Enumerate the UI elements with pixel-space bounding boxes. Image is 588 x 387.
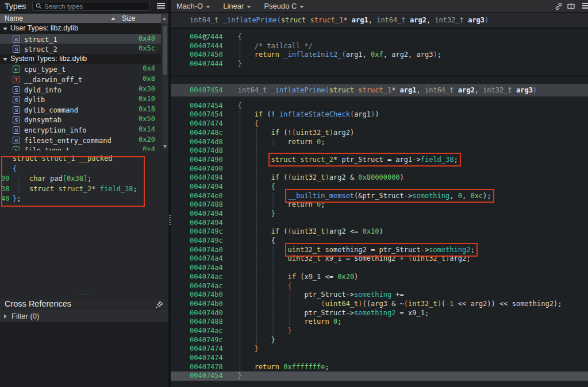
code-line[interactable]: 00407490│ │ struct struct_2* ptr_Struct … <box>171 156 588 165</box>
code-line[interactable]: 00407488│ │ │ │ return 0; <box>171 318 588 327</box>
code-line[interactable]: 00407494│ │ if ((uint32_t)arg2 & 0x80000… <box>171 173 588 183</box>
indent-guides: │ │ <box>238 165 271 173</box>
type-row-struct_1[interactable]: Sstruct_10x40 <box>0 34 161 44</box>
address: 00407474 <box>190 119 223 129</box>
code-line[interactable]: 004074a4│ │ │ <box>171 264 588 273</box>
code-line[interactable]: 00407454│ if (!_inflateStateCheck(arg1)) <box>171 110 588 119</box>
type-name: __darwin_off_t <box>24 76 82 84</box>
code-line[interactable]: 004074ac│ │ │ if (x9_1 <= 0x20) <box>171 273 588 282</box>
code-line[interactable]: 0040749c│ │ { <box>171 237 588 246</box>
address: 004074b0 <box>190 291 223 300</box>
view-dropdown-mach-o[interactable]: Mach-O <box>176 2 210 10</box>
splitter-handle[interactable]: ······ <box>0 293 168 296</box>
type-group-header[interactable]: User Types: libz.dylib <box>0 24 161 34</box>
link-icon[interactable] <box>555 2 563 13</box>
type-row-struct_2[interactable]: Sstruct_20x5c <box>0 44 161 54</box>
column-name[interactable]: Name <box>5 14 23 22</box>
types-panel-header: Types <box>0 0 168 13</box>
type-name: dylib_command <box>24 106 78 114</box>
type-row-encryption_info[interactable]: Sencryption_info0x14 <box>0 125 161 135</box>
code-line[interactable]: 00407494│ │ { <box>171 183 588 192</box>
address: 00407444 <box>190 60 223 69</box>
split-view-icon[interactable] <box>567 2 575 13</box>
search-box[interactable] <box>32 2 149 11</box>
code-line[interactable]: 00407444│ /* tailcall */ <box>171 42 588 51</box>
code-line[interactable]: 00407474│ <box>171 354 588 363</box>
address: 00407474 <box>190 345 223 354</box>
type-row-dylib[interactable]: Sdylib0x10 <box>0 94 161 105</box>
scrollbar-down-button[interactable] <box>163 145 167 148</box>
code-line[interactable]: 004074b0│ │ │ │ (uint64_t)((arg3 & ~(int… <box>171 300 588 309</box>
preview-line[interactable]: { <box>0 164 168 175</box>
code-line[interactable]: 004074d8│ │ <box>171 146 588 156</box>
code-line[interactable]: 00407474│ } <box>171 345 588 354</box>
view-dropdown-linear[interactable]: Linear <box>223 2 251 10</box>
code-line[interactable]: 004074d0│ │ │ │ ptr_Struct->something2 =… <box>171 309 588 318</box>
preview-line[interactable]: 40}; <box>0 194 168 204</box>
type-size: 0x4 <box>143 145 155 150</box>
hamburger-menu-icon[interactable] <box>582 3 588 9</box>
indent-guides: │ <box>238 363 255 371</box>
type-row-dylib_command[interactable]: Sdylib_command0x18 <box>0 105 161 115</box>
code-line[interactable]: 00407444} <box>171 60 588 69</box>
indent-guides: │ │ │ <box>238 200 288 208</box>
address: 00407444 <box>190 42 223 51</box>
preview-line[interactable]: 38 │ struct struct_2* field_38; <box>0 184 168 195</box>
preview-line[interactable]: 00 │ char pad[0x38]; <box>0 174 168 184</box>
address: 004074e0 <box>190 192 223 201</box>
expanded-chevron-icon <box>3 28 7 30</box>
type-row-dyld_info[interactable]: Sdyld_info0x30 <box>0 84 161 95</box>
code-line[interactable]: 004074b0│ │ │ │ ptr_Struct->something += <box>171 291 588 300</box>
code-line[interactable]: 00407454} <box>171 371 588 381</box>
preview-line[interactable]: struct struct_1 __packed <box>0 154 168 164</box>
panel-menu-icon[interactable] <box>157 3 165 9</box>
code-line[interactable]: 00407494│ │ <box>171 219 588 228</box>
type-row-__darwin_off_t[interactable]: T__darwin_off_t0x8 <box>0 74 161 84</box>
code-line[interactable]: 004074d8│ │ │ return 0; <box>171 138 588 147</box>
code-line[interactable]: 00407444{ <box>171 33 588 42</box>
code-line[interactable]: 004074a4│ │ │ uint32_t x9_1 = something2… <box>171 254 588 264</box>
code-line[interactable]: 00407450│ return _inflateInit2_(arg1, 0x… <box>171 51 588 60</box>
address: 00407494 <box>190 183 223 192</box>
indent-guides: │ │ │ │ <box>238 309 305 317</box>
code-line[interactable]: 004074ac│ │ │ } <box>171 327 588 336</box>
code-line[interactable]: 00407454{ <box>171 102 588 111</box>
indent-guides: │ │ <box>238 183 271 191</box>
indent-guides: │ │ │ <box>238 138 288 146</box>
type-size: 0x4 <box>143 64 155 74</box>
type-group-header[interactable]: System Types: libz.dylib <box>0 54 161 64</box>
type-row-dynsymtab[interactable]: Sdynsymtab0x50 <box>0 114 161 125</box>
type-name: dyld_info <box>24 86 62 94</box>
type-list-scrollbar[interactable] <box>161 24 168 150</box>
view-dropdown-pseudo-c[interactable]: Pseudo C <box>264 2 304 10</box>
type-row-fileset_entry_command[interactable]: Sfileset_entry_command0x20 <box>0 135 161 145</box>
code-line[interactable]: 00407488│ │ │ return 0; <box>171 200 588 210</box>
type-kind-badge: S <box>13 126 20 134</box>
code-line[interactable]: 0040749c│ │ if ((uint32_t)arg2 <= 0x10) <box>171 227 588 237</box>
scrollbar-up-button[interactable] <box>161 14 168 24</box>
code-line[interactable]: 0040749c│ │ } <box>171 336 588 345</box>
search-input[interactable] <box>44 3 142 10</box>
cross-references-header: Cross References <box>0 297 168 310</box>
code-line[interactable]: 00407478│ return 0xfffffffe; <box>171 363 588 372</box>
code-line[interactable]: 004074ac│ │ │ { <box>171 282 588 291</box>
indent-guides: │ │ <box>238 336 271 344</box>
type-row-cpu_type_t[interactable]: Ecpu_type_t0x4 <box>0 64 161 74</box>
sticky-function-signature[interactable]: int64_t _inflatePrime(struct struct_1* a… <box>171 13 588 29</box>
code-line[interactable]: 0040748c│ │ if (!(uint32_t)arg2) <box>171 129 588 138</box>
function-signature-row[interactable]: 00407454int64_t _inflatePrime(struct str… <box>171 84 588 96</box>
type-list-header[interactable]: Name Size <box>0 14 168 24</box>
code-line[interactable]: 00407490│ │ <box>171 165 588 174</box>
xrefs-filter-row[interactable]: Filter (0) <box>0 310 168 322</box>
code-line[interactable]: 00407474│ { <box>171 119 588 129</box>
cross-references-title: Cross References <box>5 299 71 308</box>
type-size: 0x5c <box>139 44 155 54</box>
code-line[interactable]: 004074a0│ │ │ uint32_t something2 = ptr_… <box>171 246 588 255</box>
column-size[interactable]: Size <box>122 14 135 22</box>
struct-preview[interactable]: struct struct_1 __packed{00 │ char pad[0… <box>0 154 168 216</box>
scrollbar-thumb[interactable] <box>163 26 167 75</box>
code-line[interactable]: 004074e0│ │ │ __builtin_memset(&ptr_Stru… <box>171 192 588 201</box>
address: 004074ac <box>190 273 223 282</box>
address: 004074a4 <box>190 264 223 273</box>
code-line[interactable]: 00407494│ │ } <box>171 210 588 219</box>
